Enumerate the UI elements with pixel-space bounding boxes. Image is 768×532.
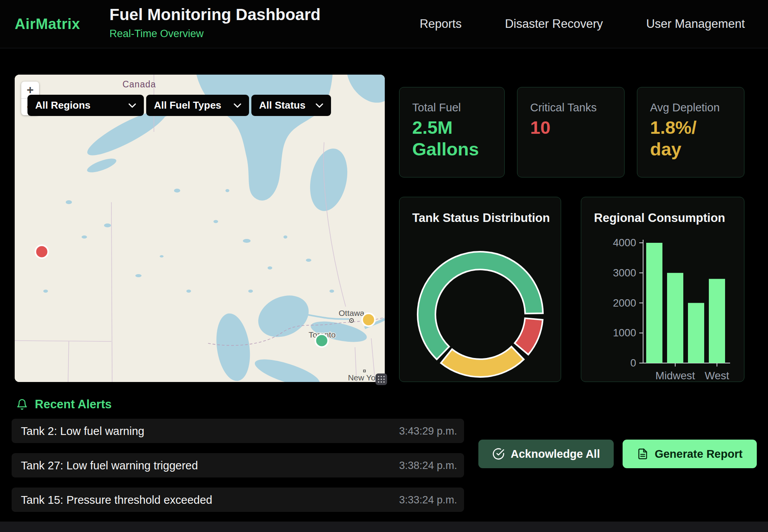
top-bar: AirMatrix Fuel Monitoring Dashboard Real…: [0, 0, 768, 48]
map-label-country: Canada: [123, 79, 156, 89]
svg-text:West: West: [705, 370, 729, 382]
stat-card-total-fuel: Total Fuel 2.5M Gallons: [399, 87, 505, 177]
svg-text:3000: 3000: [613, 267, 636, 279]
alert-message: Tank 15: Pressure threshold exceeded: [21, 493, 212, 506]
check-circle-icon: [492, 448, 505, 460]
file-text-icon: [637, 448, 649, 460]
map-resize-handle[interactable]: [375, 373, 387, 385]
fuel-type-filter-select[interactable]: All Fuel Types: [146, 95, 249, 116]
alert-timestamp: 3:33:24 p.m.: [399, 494, 457, 506]
alert-message: Tank 2: Low fuel warning: [21, 425, 144, 437]
stat-card-avg-depletion: Avg Depletion 1.8%/ day: [637, 87, 744, 177]
chevron-down-icon: [128, 103, 136, 108]
alerts-header: Recent Alerts: [16, 397, 112, 411]
page-title: Fuel Monitoring Dashboard: [109, 5, 321, 24]
stat-card-critical-tanks: Critical Tanks 10: [517, 87, 625, 177]
alert-timestamp: 3:38:24 p.m.: [399, 459, 457, 471]
donut-segment-warning: [441, 346, 524, 377]
svg-text:2000: 2000: [613, 297, 636, 309]
status-filter-select[interactable]: All Status: [251, 95, 331, 116]
svg-text:0: 0: [630, 357, 636, 369]
fuel-monitoring-dashboard: AirMatrix Fuel Monitoring Dashboard Real…: [0, 0, 768, 532]
bar-1: [667, 273, 683, 363]
stat-value-critical-tanks: 10: [530, 117, 550, 138]
bar-0: [646, 243, 662, 363]
bar-2: [688, 303, 704, 363]
alert-message: Tank 27: Low fuel warning triggered: [21, 459, 198, 472]
main-nav: Reports Disaster Recovery User Managemen…: [420, 0, 745, 48]
svg-text:1000: 1000: [613, 327, 636, 339]
alert-row[interactable]: Tank 15: Pressure threshold exceeded 3:3…: [12, 488, 464, 512]
stat-label: Critical Tanks: [530, 101, 597, 114]
svg-text:Midwest: Midwest: [655, 370, 695, 382]
footer-strip: [0, 522, 768, 532]
alert-row[interactable]: Tank 2: Low fuel warning 3:43:29 p.m.: [12, 419, 464, 443]
bell-icon: [16, 398, 28, 411]
donut-segment-critical: [515, 318, 543, 355]
map-filter-bar: All Regions All Fuel Types All Status: [27, 95, 331, 116]
stat-value-total-fuel: 2.5M Gallons: [412, 117, 479, 160]
tank-marker-critical[interactable]: [36, 246, 48, 258]
map-city-dot-ottawa-center: [351, 320, 352, 321]
status-filter-value: All Status: [259, 99, 305, 111]
grip-dots-icon: [377, 375, 386, 384]
tank-marker-warning[interactable]: [362, 314, 375, 326]
regional-consumption-card: Regional Consumption 01000200030004000Mi…: [581, 197, 744, 382]
tank-map[interactable]: Canada Ottawa Toronto New York + − All R…: [15, 75, 385, 382]
region-filter-value: All Regions: [35, 99, 90, 111]
nav-user-management[interactable]: User Management: [646, 17, 745, 31]
stat-label: Total Fuel: [412, 101, 461, 114]
nav-reports[interactable]: Reports: [420, 17, 462, 31]
stat-label: Avg Depletion: [650, 101, 720, 114]
brand-logo: AirMatrix: [15, 16, 80, 32]
chevron-down-icon: [316, 103, 323, 108]
bar-chart-title: Regional Consumption: [594, 211, 725, 225]
alerts-section-title: Recent Alerts: [35, 397, 112, 411]
tank-marker-normal[interactable]: [316, 334, 328, 347]
alert-timestamp: 3:43:29 p.m.: [399, 425, 457, 437]
donut-chart-title: Tank Status Distribution: [412, 211, 550, 225]
page-subtitle: Real-Time Overview: [109, 28, 204, 40]
region-filter-select[interactable]: All Regions: [27, 95, 144, 116]
acknowledge-all-label: Acknowledge All: [511, 448, 600, 460]
map-label-ottawa: Ottawa: [339, 309, 365, 317]
svg-text:4000: 4000: [613, 237, 636, 249]
alert-row[interactable]: Tank 27: Low fuel warning triggered 3:38…: [12, 453, 464, 477]
acknowledge-all-button[interactable]: Acknowledge All: [478, 440, 614, 468]
nav-disaster-recovery[interactable]: Disaster Recovery: [505, 17, 603, 31]
bar-3: [709, 279, 725, 363]
fuel-type-filter-value: All Fuel Types: [154, 99, 221, 111]
stat-value-avg-depletion: 1.8%/ day: [650, 117, 696, 160]
generate-report-label: Generate Report: [655, 448, 742, 460]
tank-status-distribution-card: Tank Status Distribution: [399, 197, 561, 382]
chevron-down-icon: [234, 103, 241, 108]
generate-report-button[interactable]: Generate Report: [623, 440, 757, 468]
map-canvas[interactable]: Canada Ottawa Toronto New York: [15, 75, 385, 382]
